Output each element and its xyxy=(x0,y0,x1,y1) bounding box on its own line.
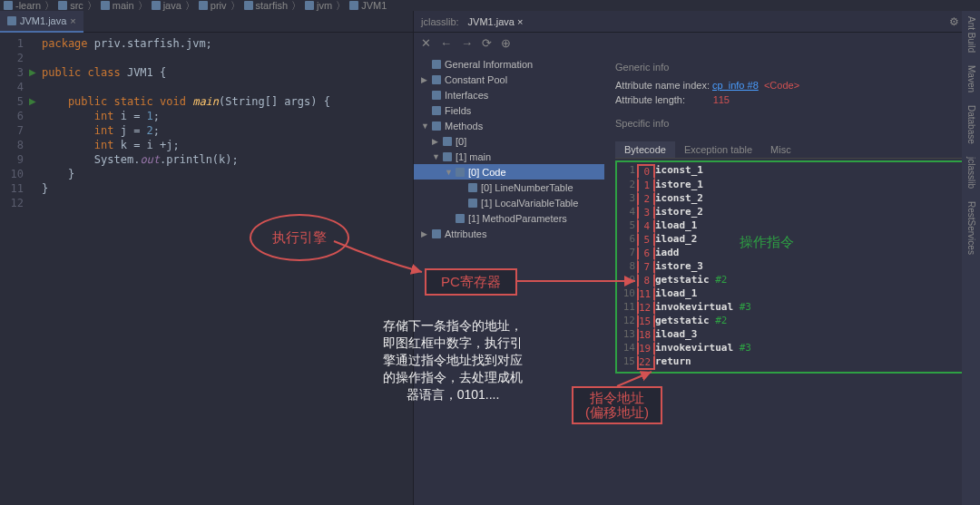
bytecode-row[interactable]: 1 0 iconst_1 xyxy=(619,164,965,179)
sidebar-tool[interactable]: Maven xyxy=(966,65,976,92)
run-gutter[interactable]: ▶ ▶ xyxy=(29,33,42,505)
bytecode-tab[interactable]: Exception table xyxy=(675,141,761,158)
tree-item[interactable]: ▶Constant Pool xyxy=(414,72,604,87)
breadcrumb-item[interactable]: priv xyxy=(199,0,227,11)
attr-len-label: Attribute length: xyxy=(615,94,685,105)
tree-item[interactable]: [1] MethodParameters xyxy=(414,210,604,226)
tree-item[interactable]: ▼[0] Code xyxy=(414,164,604,180)
breadcrumb-item[interactable]: starfish xyxy=(244,0,288,11)
tree-item[interactable]: General Information xyxy=(414,56,604,72)
bytecode-row[interactable]: 4 3 istore_2 xyxy=(619,206,965,219)
toolbar-button[interactable]: ⟳ xyxy=(482,36,492,50)
breadcrumb: -learn〉src〉main〉java〉priv〉starfish〉jvm〉J… xyxy=(0,0,980,11)
bytecode-row[interactable]: 9 8 getstatic #2 xyxy=(619,274,965,287)
tab-label: JVM1.java xyxy=(20,15,66,26)
tree-item[interactable]: ▼[1] main xyxy=(414,149,604,164)
bytecode-row[interactable]: 13 18 iload_3 xyxy=(619,328,965,342)
bytecode-tab[interactable]: Misc xyxy=(761,141,800,158)
breadcrumb-item[interactable]: src xyxy=(58,0,83,11)
tree-item[interactable]: [0] LineNumberTable xyxy=(414,180,604,195)
tree-item[interactable]: ▶[0] xyxy=(414,133,604,149)
bytecode-row[interactable]: 10 11 iload_1 xyxy=(619,287,965,301)
toolbar-button[interactable]: → xyxy=(461,36,473,50)
bytecode-row[interactable]: 14 19 invokevirtual #3 xyxy=(619,342,965,355)
detail-pane: Generic info Attribute name index: cp_in… xyxy=(604,53,980,505)
breadcrumb-item[interactable]: main xyxy=(101,0,134,11)
tree-item[interactable]: Interfaces xyxy=(414,87,604,102)
close-icon[interactable]: × xyxy=(517,16,523,27)
specific-info-title: Specific info xyxy=(615,118,969,129)
bytecode-listing[interactable]: 1 0 iconst_1 2 1 istore_1 3 2 iconst_2 4… xyxy=(615,160,969,374)
editor-tabs: JVM1.java × xyxy=(0,11,413,33)
jclasslib-pane: jclasslib: JVM1.java × ⚙ — ✕←→⟳⊕ General… xyxy=(413,11,980,505)
editor-tab[interactable]: JVM1.java × xyxy=(0,11,83,33)
toolbar-button[interactable]: ← xyxy=(440,36,452,50)
toolbar-button[interactable]: ⊕ xyxy=(501,36,511,50)
generic-info-title: Generic info xyxy=(615,62,969,73)
jclasslib-toolbar: ✕←→⟳⊕ xyxy=(414,33,980,53)
tree-item[interactable]: ▶Attributes xyxy=(414,226,604,241)
java-file-icon xyxy=(7,16,16,25)
annotation-op-instr: 操作指令 xyxy=(740,234,794,251)
tree-item[interactable]: Fields xyxy=(414,102,604,118)
toolbar-button[interactable]: ✕ xyxy=(421,36,431,50)
attr-name-link[interactable]: cp_info #8 xyxy=(712,80,759,91)
breadcrumb-item[interactable]: java xyxy=(152,0,181,11)
attr-len-val: 115 xyxy=(713,94,730,105)
sidebar-tool[interactable]: jclasslib xyxy=(966,157,976,189)
breadcrumb-item[interactable]: JVM1 xyxy=(349,0,387,11)
tree-item[interactable]: ▼Methods xyxy=(414,118,604,133)
sidebar-tool[interactable]: Database xyxy=(966,105,976,144)
bytecode-tab[interactable]: Bytecode xyxy=(615,141,675,158)
sidebar-tool[interactable]: RestServices xyxy=(966,201,976,255)
line-gutter: 123456789101112 xyxy=(0,33,29,505)
tree-item[interactable]: [1] LocalVariableTable xyxy=(414,195,604,210)
sidebar-tool[interactable]: Ant Build xyxy=(966,16,976,53)
jclasslib-tab[interactable]: jclasslib: xyxy=(421,16,459,27)
attr-name-val: <Code> xyxy=(761,80,799,91)
bytecode-row[interactable]: 2 1 istore_1 xyxy=(619,179,965,192)
attr-name-label: Attribute name index: xyxy=(615,80,710,91)
bytecode-tabs: BytecodeException tableMisc xyxy=(615,141,969,159)
file-tab[interactable]: JVM1.java × xyxy=(468,16,524,27)
bytecode-row[interactable]: 3 2 iconst_2 xyxy=(619,192,965,206)
bytecode-row[interactable]: 11 12 invokevirtual #3 xyxy=(619,301,965,315)
annotation-pc-register: PC寄存器 xyxy=(425,268,517,296)
bytecode-row[interactable]: 8 7 istore_3 xyxy=(619,260,965,274)
breadcrumb-item[interactable]: jvm xyxy=(305,0,332,11)
right-sidebar: Ant BuildMavenDatabasejclasslibRestServi… xyxy=(962,11,980,505)
annotation-instr-addr: 指令地址(偏移地址) xyxy=(572,386,662,424)
annotation-explain: 存储下一条指令的地址，即图红框中数字，执行引擎通过指令地址找到对应的操作指令，去… xyxy=(358,317,548,403)
editor-pane: JVM1.java × 123456789101112 ▶ ▶ package … xyxy=(0,11,413,505)
annotation-exec-engine: 执行引擎 xyxy=(250,214,349,261)
bytecode-row[interactable]: 5 4 iload_1 xyxy=(619,219,965,233)
close-icon[interactable]: × xyxy=(70,15,75,26)
bytecode-row[interactable]: 15 22 return xyxy=(619,355,965,370)
code-area[interactable]: package priv.starfish.jvm; public class … xyxy=(42,33,413,505)
bytecode-row[interactable]: 12 15 getstatic #2 xyxy=(619,315,965,328)
breadcrumb-item[interactable]: -learn xyxy=(4,0,41,11)
